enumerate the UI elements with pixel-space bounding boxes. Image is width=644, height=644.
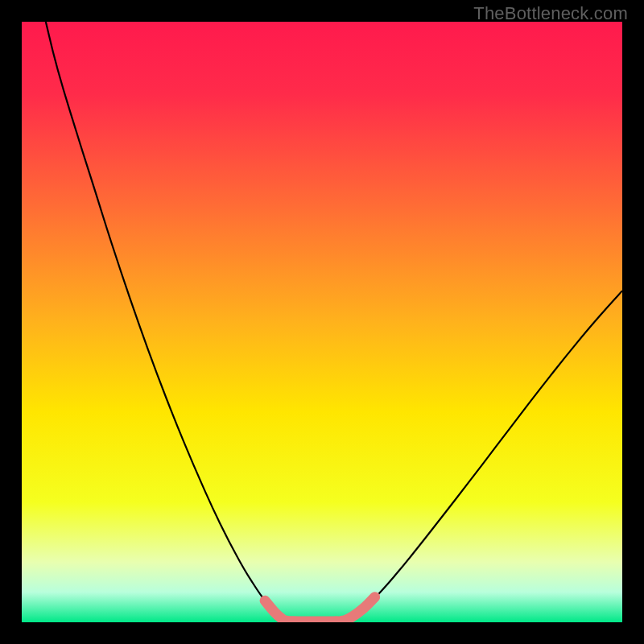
gradient-background: [22, 22, 622, 622]
chart-svg: [22, 22, 622, 622]
chart-frame: TheBottleneck.com: [0, 0, 644, 644]
watermark-text: TheBottleneck.com: [473, 3, 628, 24]
plot-area: [22, 22, 622, 622]
